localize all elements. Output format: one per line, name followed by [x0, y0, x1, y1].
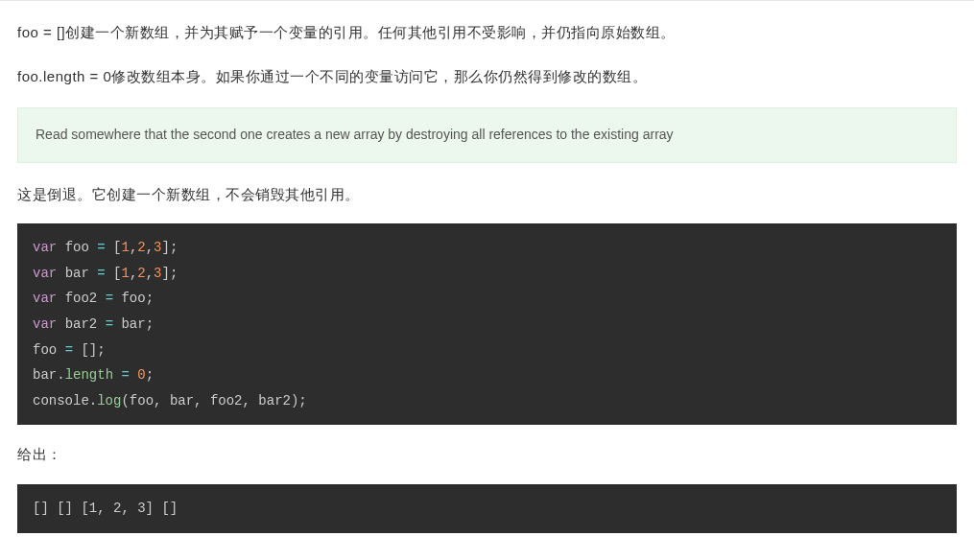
code-punct: ] — [162, 266, 170, 281]
code-keyword: var — [33, 240, 57, 255]
code-operator: = — [106, 316, 113, 332]
code-operator: = — [97, 240, 105, 255]
code-property: length — [65, 367, 113, 383]
code-punct: , — [194, 393, 202, 408]
code-number: 1 — [121, 266, 129, 281]
code-punct: ; — [170, 266, 178, 281]
code-punct: ; — [146, 291, 154, 306]
code-identifier: foo — [33, 342, 57, 358]
code-number: 3 — [154, 240, 161, 255]
code-keyword: var — [33, 316, 57, 332]
code-punct: [ — [81, 342, 88, 358]
code-punct: ; — [97, 342, 105, 358]
code-identifier: bar — [170, 393, 194, 408]
code-punct: ( — [121, 393, 129, 408]
code-number: 0 — [137, 367, 145, 383]
code-identifier: bar2 — [258, 393, 291, 408]
code-punct: ; — [170, 240, 178, 255]
paragraph-2: foo.length = 0修改数组本身。如果你通过一个不同的变量访问它，那么你… — [17, 64, 957, 89]
code-punct: , — [243, 393, 250, 408]
code-identifier: bar — [65, 266, 89, 281]
paragraph-1: foo = []创建一个新数组，并为其赋予一个变量的引用。任何其他引用不受影响，… — [17, 20, 957, 45]
blockquote: Read somewhere that the second one creat… — [17, 107, 957, 163]
code-punct: ; — [146, 367, 154, 383]
code-number: 1 — [121, 240, 129, 255]
code-identifier: bar — [33, 367, 57, 383]
code-keyword: var — [33, 266, 57, 281]
code-punct: , — [146, 240, 154, 255]
code-number: 2 — [137, 266, 145, 281]
code-identifier: console — [33, 393, 89, 408]
code-example: var foo = [1,2,3]; var bar = [1,2,3]; va… — [17, 223, 957, 425]
code-identifier: bar — [121, 316, 145, 332]
code-number: 3 — [154, 266, 161, 281]
code-operator: = — [121, 367, 129, 383]
article-body: foo = []创建一个新数组，并为其赋予一个变量的引用。任何其他引用不受影响，… — [0, 0, 974, 560]
code-operator: = — [106, 291, 113, 306]
code-punct: , — [154, 393, 161, 408]
output-text: [] [] [1, 2, 3] [] — [33, 501, 178, 516]
code-punct: ] — [89, 342, 97, 358]
code-identifier: foo — [121, 291, 145, 306]
paragraph-4: 给出： — [17, 442, 957, 467]
paragraph-3: 这是倒退。它创建一个新数组，不会销毁其他引用。 — [17, 182, 957, 207]
code-identifier: foo — [130, 393, 154, 408]
code-output: [] [] [1, 2, 3] [] — [17, 484, 957, 533]
code-punct: ] — [162, 240, 170, 255]
code-identifier: bar2 — [65, 316, 98, 332]
code-operator: = — [65, 342, 73, 358]
code-punct: ; — [298, 393, 306, 408]
blockquote-text: Read somewhere that the second one creat… — [36, 127, 674, 142]
code-method: log — [97, 393, 121, 408]
code-punct: ; — [146, 316, 154, 332]
code-punct: . — [57, 367, 64, 383]
code-identifier: foo2 — [65, 291, 98, 306]
code-operator: = — [97, 266, 105, 281]
code-keyword: var — [33, 291, 57, 306]
code-identifier: foo2 — [210, 393, 243, 408]
code-number: 2 — [137, 240, 145, 255]
code-identifier: foo — [65, 240, 89, 255]
code-punct: . — [89, 393, 97, 408]
code-punct: , — [146, 266, 154, 281]
